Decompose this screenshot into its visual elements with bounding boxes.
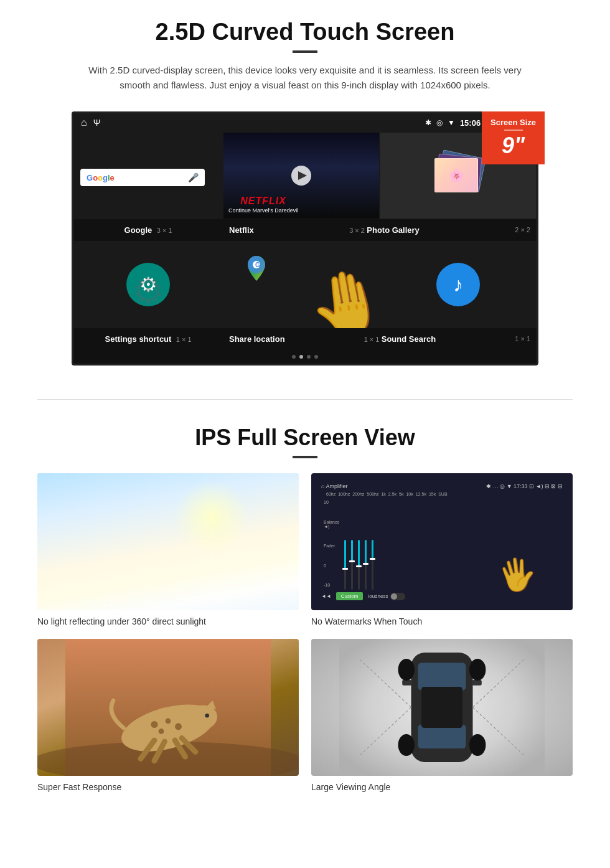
amp-sliders-container: 10 Balance ◄) Fader 0 -10 [321,498,563,590]
svg-point-6 [166,719,171,724]
clock: 15:06 [460,118,481,128]
curved-title: 2.5D Curved Touch Screen [37,19,573,45]
home-icon: ⌂ [81,117,87,128]
sound-cell[interactable]: ♪ [380,241,537,328]
feature-cheetah: Super Fast Response [37,639,299,792]
pagination-dots [73,350,537,364]
share-size-label: 1 × 1 Sound Search [291,332,507,346]
badge-divider-line [504,130,523,131]
google-cell: Google 🎤 [73,132,223,219]
svg-point-24 [469,659,486,681]
netflix-subtitle: Continue Marvel's Daredevil [228,207,298,214]
svg-point-25 [398,734,415,756]
music-icon-wrap: ♪ [436,263,480,306]
share-cell[interactable]: G 🤚 [223,241,380,328]
svg-rect-21 [402,680,411,686]
svg-point-7 [175,723,182,730]
android-screen: ⌂ Ψ ✱ ◎ ▼ 15:06 ⊡ ◄) ⊠ ⊟ [72,111,538,366]
watermarks-caption: No Watermarks When Touch [311,616,573,626]
toggle-knob [391,593,397,600]
cheetah-image [37,639,299,776]
badge-size: 9" [490,133,536,158]
cheetah-svg [37,639,299,776]
amp-home: ⌂ Amplifier [321,483,347,489]
amp-left-labels: 10 Balance ◄) Fader 0 -10 [324,498,342,590]
svg-point-5 [151,721,158,728]
svg-rect-22 [472,680,481,686]
app-grid-bottom: ⚙ ⚙ [73,241,537,328]
google-logo: Google [87,173,115,182]
cheetah-caption: Super Fast Response [37,782,299,792]
netflix-cell[interactable]: NETFLIX Continue Marvel's Daredevil [223,132,380,219]
slider-3[interactable] [358,540,360,590]
svg-rect-20 [421,687,462,728]
app-labels-bottom: Settings shortcut 1 × 1 Share location 1… [73,328,537,350]
usb-icon: Ψ [93,118,101,128]
slider-4[interactable] [365,540,367,590]
slider-5[interactable] [372,540,373,590]
maps-icon: G [242,253,271,283]
svg-rect-19 [418,725,466,749]
location-icon: ◎ [436,118,443,127]
screen-size-badge: Screen Size 9" [482,111,545,164]
slider-1[interactable] [344,540,346,590]
netflix-label: Netflix [223,223,260,237]
feature-car: Large Viewing Angle [311,639,573,792]
feature-grid: No light reflecting under 360° direct su… [37,473,573,792]
google-search-bar[interactable]: Google 🎤 [80,169,205,186]
section-divider [37,399,573,400]
dot-2 [299,355,303,359]
amp-status: ✱ … ◎ ▼ 17:33 ⊡ ◄) ⊟ ⊠ ⊟ [486,483,563,489]
bluetooth-icon: ✱ [425,118,431,127]
curved-divider [293,50,317,53]
curved-description: With 2.5D curved-display screen, this de… [87,63,523,93]
settings-cell[interactable]: ⚙ ⚙ [73,241,223,328]
dot-4 [314,355,318,359]
car-caption: Large Viewing Angle [311,782,573,792]
play-button[interactable] [291,166,311,186]
music-note-icon: ♪ [453,273,463,296]
amp-arrow: ◄◄ [321,593,331,599]
svg-rect-18 [418,663,466,691]
netflix-overlay: NETFLIX Continue Marvel's Daredevil [228,196,298,214]
google-label: Google 3 × 1 [73,223,223,237]
ips-divider [293,456,317,458]
curved-section: 2.5D Curved Touch Screen With 2.5D curve… [0,0,610,380]
app-labels-top: Google 3 × 1 Netflix 3 × 2 Photo Gallery… [73,219,537,241]
hand-gesture: 🤚 [303,261,380,328]
car-svg [311,639,573,776]
photo-stack: 🌸 [433,151,483,200]
freq-labels: 60hz100hz200hz500hz1k2.5k5k10k12.5k15kSU… [321,492,563,496]
amplifier-image: ⌂ Amplifier ✱ … ◎ ▼ 17:33 ⊡ ◄) ⊟ ⊠ ⊟ 60h… [311,473,573,610]
ips-section: IPS Full Screen View No light reflecting… [0,418,610,811]
gallery-size-label: 2 × 2 [506,223,537,237]
svg-point-23 [398,659,415,681]
status-bar: ⌂ Ψ ✱ ◎ ▼ 15:06 ⊡ ◄) ⊠ ⊟ [73,113,537,132]
wifi-icon: ▼ [448,118,455,127]
app-grid-top: Google 🎤 NETFLIX Continue Marvel's Dared… [73,132,537,219]
svg-point-11 [205,714,209,718]
feature-watermarks: ⌂ Amplifier ✱ … ◎ ▼ 17:33 ⊡ ◄) ⊟ ⊠ ⊟ 60h… [311,473,573,626]
photo-card-3: 🌸 [434,158,478,192]
svg-point-8 [159,729,164,734]
amp-loudness: loudness [368,593,405,600]
sunlight-caption: No light reflecting under 360° direct su… [37,616,299,626]
slider-2[interactable] [351,540,353,590]
svg-point-26 [469,734,486,756]
mic-icon: 🎤 [188,172,199,182]
netflix-size-label: 3 × 2 Photo Gallery [260,223,506,237]
share-label: Share location [223,332,291,346]
netflix-logo: NETFLIX [228,196,298,207]
amp-top-bar: ⌂ Amplifier ✱ … ◎ ▼ 17:33 ⊡ ◄) ⊟ ⊠ ⊟ [321,483,563,489]
svg-text:G: G [255,262,260,268]
ips-title: IPS Full Screen View [37,425,573,451]
loudness-toggle[interactable] [390,593,405,600]
settings-label: Settings shortcut 1 × 1 [73,332,223,346]
balance-label: Balance ◄) [324,520,342,529]
touch-hand-icon: 🖐 [495,554,539,596]
amp-custom-button[interactable]: Custom [336,592,364,600]
feature-sunlight: No light reflecting under 360° direct su… [37,473,299,626]
badge-title: Screen Size [490,118,536,127]
amp-bottom: ◄◄ Custom loudness [321,592,563,600]
sound-size-label: 1 × 1 [506,332,537,346]
